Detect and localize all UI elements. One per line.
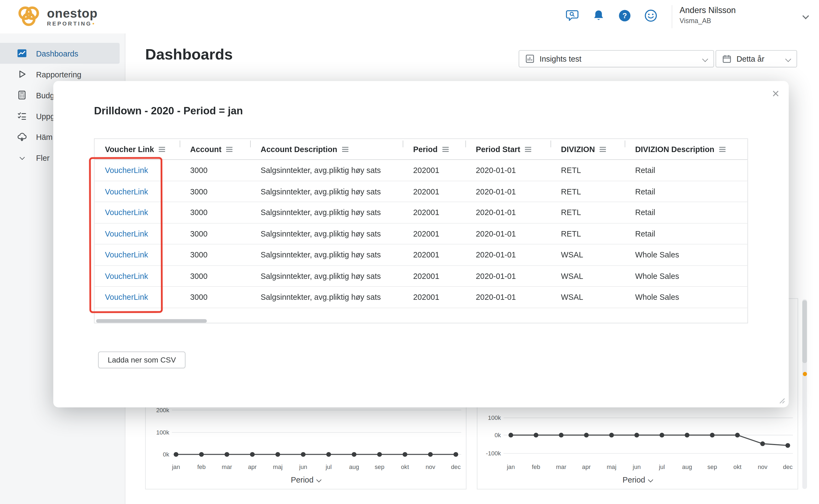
table-cell: 2020-01-01 (465, 223, 551, 244)
table-row: VoucherLink3000Salgsinntekter, avg.plikt… (95, 287, 747, 308)
data-point (352, 452, 356, 457)
dashboard-icon (17, 48, 27, 58)
table-cell: Whole Sales (625, 287, 748, 307)
download-csv-button[interactable]: Ladda ner som CSV (98, 352, 185, 368)
data-point (275, 452, 280, 457)
table-cell: Salgsinntekter, avg.pliktig høy sats (250, 287, 403, 307)
cell-voucher-link: VoucherLink (95, 160, 180, 181)
logo-wordmark: onestop (47, 7, 97, 20)
vertical-scrollbar[interactable] (802, 299, 807, 489)
cell-voucher-link: VoucherLink (95, 266, 180, 286)
horizontal-scrollbar[interactable] (96, 319, 207, 323)
cell-voucher-link: VoucherLink (95, 181, 180, 201)
close-icon[interactable]: × (772, 87, 779, 100)
column-menu-icon[interactable] (158, 146, 166, 152)
column-menu-icon[interactable] (226, 146, 233, 152)
chart-x-axis-control[interactable]: Period (146, 475, 466, 484)
notifications-bell-icon[interactable] (591, 8, 606, 23)
data-point (685, 433, 689, 437)
column-header-divizion[interactable]: DIVIZION (550, 139, 625, 159)
logo-subtitle-text: REPORTING (47, 20, 92, 26)
column-header-period-start[interactable]: Period Start (465, 139, 551, 159)
feedback-bubble-icon (565, 9, 580, 23)
month-tick-label: jul (659, 464, 665, 470)
table-cell: Salgsinntekter, avg.pliktig høy sats (250, 160, 403, 181)
calculator-icon (17, 90, 27, 100)
column-header-divizion-description[interactable]: DIVIZION Description (625, 139, 748, 159)
y-tick-label: 100k (488, 414, 501, 421)
voucher-link[interactable]: VoucherLink (105, 166, 148, 175)
column-header-voucher-link[interactable]: Voucher Link (95, 139, 180, 159)
column-menu-icon[interactable] (524, 146, 532, 152)
month-tick-label: apr (582, 464, 591, 470)
data-point (609, 433, 614, 437)
data-point (534, 433, 538, 437)
y-tick-label: 100k (156, 429, 169, 436)
chevron-down-icon (316, 477, 322, 482)
y-tick-label: 0k (163, 451, 169, 458)
scrollbar-thumb[interactable] (802, 300, 807, 363)
column-menu-icon[interactable] (599, 146, 606, 152)
voucher-link[interactable]: VoucherLink (105, 187, 148, 196)
sidebar-item-label: Budg (36, 91, 54, 100)
table-row: VoucherLink3000Salgsinntekter, avg.plikt… (95, 181, 747, 202)
table-cell: WSAL (550, 287, 625, 307)
voucher-link[interactable]: VoucherLink (105, 250, 148, 259)
table-cell: Retail (625, 202, 748, 223)
chart-x-axis-label: Period (622, 475, 645, 484)
column-header-period[interactable]: Period (403, 139, 465, 159)
play-icon (17, 69, 27, 79)
cell-voucher-link: VoucherLink (95, 223, 180, 244)
table-cell: WSAL (550, 266, 625, 286)
month-tick-label: nov (426, 464, 435, 470)
month-tick-label: jan (506, 464, 515, 470)
voucher-link[interactable]: VoucherLink (105, 208, 148, 217)
column-menu-icon[interactable] (719, 146, 726, 152)
period-selector[interactable]: Detta år (716, 50, 797, 67)
month-tick-label: mar (222, 464, 232, 470)
month-tick-label: mar (556, 464, 566, 470)
user-menu-chevron-icon[interactable] (802, 12, 809, 19)
chart-x-axis-control[interactable]: Period (477, 475, 798, 484)
column-header-account[interactable]: Account (180, 139, 250, 159)
column-menu-icon[interactable] (341, 146, 349, 152)
column-menu-icon[interactable] (442, 146, 449, 152)
voucher-link[interactable]: VoucherLink (105, 229, 148, 238)
table-header-row: Voucher LinkAccountAccount DescriptionPe… (95, 139, 747, 160)
help-icon[interactable]: ? (618, 8, 632, 23)
table-cell: 3000 (180, 266, 250, 286)
sidebar-item-label: Rapportering (36, 70, 81, 79)
dashboard-selector[interactable]: Insights test (519, 50, 714, 67)
calendar-icon (722, 54, 731, 63)
table-cell: 202001 (403, 223, 465, 244)
table-cell: 2020-01-01 (465, 160, 551, 181)
user-company: Visma_AB (679, 17, 736, 25)
column-label: Account Description (261, 145, 337, 154)
column-label: DIVIZION Description (635, 145, 714, 154)
svg-text:?: ? (622, 12, 627, 20)
column-label: Voucher Link (105, 145, 154, 154)
data-point (735, 433, 740, 437)
header-icon-group: ? (565, 8, 658, 23)
resize-handle[interactable] (778, 396, 786, 404)
month-tick-label: maj (607, 464, 616, 470)
column-divider (465, 140, 466, 147)
table-cell: Whole Sales (625, 244, 748, 265)
table-cell: 2020-01-01 (465, 202, 551, 223)
table-cell: 2020-01-01 (465, 181, 551, 201)
user-menu[interactable]: Anders Nilsson Visma_AB (679, 6, 736, 24)
sidebar-item-dashboards[interactable]: Dashboards (0, 43, 119, 64)
table-cell: 3000 (180, 160, 250, 181)
header-divider (672, 5, 672, 28)
logo[interactable]: onestop REPORTING• (16, 5, 98, 29)
voucher-link[interactable]: VoucherLink (105, 293, 148, 302)
table-cell: 202001 (403, 244, 465, 265)
smiley-feedback-icon[interactable] (644, 8, 658, 23)
table-cell: 3000 (180, 202, 250, 223)
table-cell: RETL (550, 160, 625, 181)
column-label: Period Start (476, 145, 520, 154)
voucher-link[interactable]: VoucherLink (105, 272, 148, 281)
table-cell: 3000 (180, 223, 250, 244)
feedback-icon[interactable] (565, 8, 580, 23)
column-header-account-description[interactable]: Account Description (250, 139, 403, 159)
